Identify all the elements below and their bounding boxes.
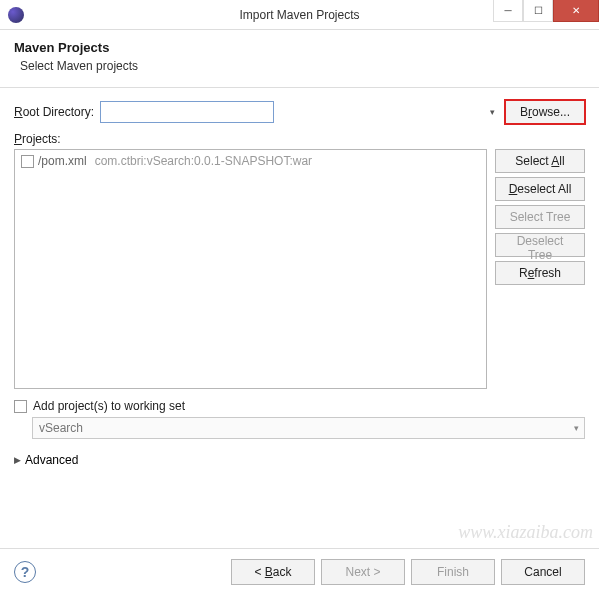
checkbox[interactable] (21, 155, 34, 168)
minimize-button[interactable]: ─ (493, 0, 523, 22)
list-item[interactable]: /pom.xml com.ctbri:vSearch:0.0.1-SNAPSHO… (21, 154, 480, 168)
header-title: Maven Projects (14, 40, 585, 55)
dialog-footer: ? < Back Next > Finish Cancel (0, 548, 599, 599)
maximize-button[interactable]: ☐ (523, 0, 553, 22)
root-directory-input[interactable] (100, 101, 274, 123)
select-tree-button[interactable]: Select Tree (495, 205, 585, 229)
root-directory-label: Root Directory: (14, 105, 94, 119)
title-bar: Import Maven Projects ─ ☐ ✕ (0, 0, 599, 30)
watermark: www.xiazaiba.com (458, 522, 593, 543)
project-gav: com.ctbri:vSearch:0.0.1-SNAPSHOT:war (95, 154, 312, 168)
triangle-right-icon: ▶ (14, 455, 21, 465)
deselect-all-button[interactable]: Deselect All (495, 177, 585, 201)
advanced-section-toggle[interactable]: ▶ Advanced (14, 453, 585, 467)
cancel-button[interactable]: Cancel (501, 559, 585, 585)
deselect-tree-button[interactable]: Deselect Tree (495, 233, 585, 257)
refresh-button[interactable]: Refresh (495, 261, 585, 285)
working-set-label: Add project(s) to working set (33, 399, 185, 413)
help-icon[interactable]: ? (14, 561, 36, 583)
working-set-checkbox[interactable] (14, 400, 27, 413)
projects-label: Projects: (14, 132, 585, 146)
advanced-label: Advanced (25, 453, 78, 467)
dialog-header: Maven Projects Select Maven projects (0, 30, 599, 87)
header-subtitle: Select Maven projects (14, 59, 585, 73)
finish-button[interactable]: Finish (411, 559, 495, 585)
close-button[interactable]: ✕ (553, 0, 599, 22)
window-title: Import Maven Projects (239, 8, 359, 22)
projects-list[interactable]: /pom.xml com.ctbri:vSearch:0.0.1-SNAPSHO… (14, 149, 487, 389)
app-icon (8, 7, 24, 23)
working-set-select[interactable] (32, 417, 585, 439)
select-all-button[interactable]: Select All (495, 149, 585, 173)
browse-button[interactable]: Browse... (505, 100, 585, 124)
next-button[interactable]: Next > (321, 559, 405, 585)
chevron-down-icon: ▾ (574, 423, 579, 433)
back-button[interactable]: < Back (231, 559, 315, 585)
project-path: /pom.xml (38, 154, 87, 168)
chevron-down-icon: ▾ (490, 107, 495, 117)
